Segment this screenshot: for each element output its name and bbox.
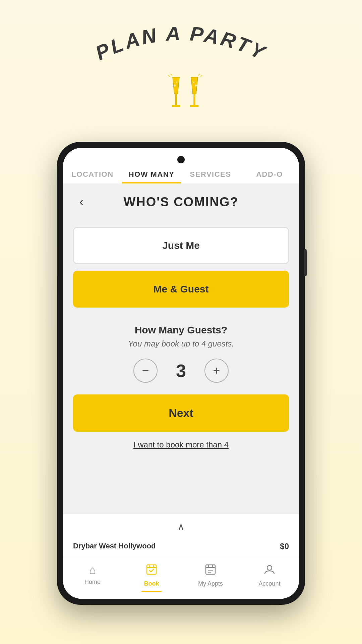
next-button[interactable]: Next xyxy=(73,394,289,432)
svg-line-14 xyxy=(200,75,202,76)
my-appts-icon xyxy=(204,564,217,578)
book-icon xyxy=(145,564,158,578)
chevron-up-icon[interactable]: ∧ xyxy=(177,521,185,533)
svg-line-13 xyxy=(198,74,200,75)
price-display: $0 xyxy=(280,542,289,551)
tab-home-label: Home xyxy=(84,579,101,586)
svg-text:PLAN A PARTY: PLAN A PARTY xyxy=(92,27,270,65)
svg-point-25 xyxy=(267,566,272,570)
account-icon xyxy=(263,564,276,578)
camera-notch xyxy=(177,156,185,163)
tab-home[interactable]: ⌂ Home xyxy=(63,564,122,592)
tab-account[interactable]: Account xyxy=(240,564,299,592)
location-name: Drybar West Hollywood xyxy=(73,542,156,551)
tab-my-appts[interactable]: My Appts xyxy=(181,564,240,592)
active-tab-indicator xyxy=(122,182,181,183)
svg-point-11 xyxy=(195,85,197,87)
svg-point-4 xyxy=(174,85,176,87)
top-section: PLAN A PARTY xyxy=(0,0,362,128)
guest-count-label: How Many Guests? xyxy=(73,324,289,336)
guest-section: How Many Guests? You may book up to 4 gu… xyxy=(63,314,299,383)
bottom-tab-bar: ⌂ Home Book xyxy=(63,558,299,599)
home-icon: ⌂ xyxy=(89,564,96,577)
svg-rect-2 xyxy=(175,94,177,106)
svg-point-12 xyxy=(193,82,194,83)
bottom-location-bar: Drybar West Hollywood $0 xyxy=(63,542,299,558)
tab-book[interactable]: Book xyxy=(122,564,181,592)
plan-a-party-arch: PLAN A PARTY xyxy=(87,27,275,70)
svg-line-6 xyxy=(171,74,172,75)
power-button xyxy=(304,249,307,276)
champagne-icon xyxy=(159,74,203,128)
decrement-button[interactable]: − xyxy=(133,359,158,383)
guest-count-value: 3 xyxy=(171,360,191,381)
main-content: ‹ WHO'S COMING? Just Me Me & Guest How M… xyxy=(63,183,299,599)
guest-count-subtitle: You may book up to 4 guests. xyxy=(73,339,289,348)
svg-rect-3 xyxy=(172,105,180,107)
tab-add-ons[interactable]: ADD-O xyxy=(240,165,299,183)
options-area: Just Me Me & Guest xyxy=(63,217,299,314)
phone-frame: LOCATION HOW MANY SERVICES ADD-O ‹ WHO'S… xyxy=(57,142,305,605)
bottom-info-bar: ∧ xyxy=(63,514,299,542)
just-me-button[interactable]: Just Me xyxy=(73,227,289,264)
svg-rect-10 xyxy=(190,105,198,107)
tab-how-many[interactable]: HOW MANY xyxy=(122,165,181,183)
tab-services[interactable]: SERVICES xyxy=(181,165,240,183)
tab-my-appts-label: My Appts xyxy=(198,580,223,587)
phone-screen: LOCATION HOW MANY SERVICES ADD-O ‹ WHO'S… xyxy=(63,148,299,599)
tab-location[interactable]: LOCATION xyxy=(63,165,122,183)
svg-rect-15 xyxy=(147,565,156,574)
svg-point-5 xyxy=(176,82,177,83)
back-button[interactable]: ‹ xyxy=(73,194,90,210)
counter-row: − 3 + xyxy=(73,359,289,383)
more-than-4-link[interactable]: I want to book more than 4 xyxy=(63,440,299,449)
tab-book-label: Book xyxy=(144,580,159,587)
tab-account-label: Account xyxy=(258,580,280,587)
svg-rect-9 xyxy=(194,94,195,106)
step-tabs: LOCATION HOW MANY SERVICES ADD-O xyxy=(63,148,299,183)
page-header: ‹ WHO'S COMING? xyxy=(63,183,299,217)
increment-button[interactable]: + xyxy=(204,359,229,383)
me-and-guest-button[interactable]: Me & Guest xyxy=(73,271,289,308)
svg-line-7 xyxy=(168,75,170,76)
page-title: WHO'S COMING? xyxy=(90,195,289,209)
svg-rect-19 xyxy=(206,565,215,574)
book-tab-indicator xyxy=(141,591,162,592)
